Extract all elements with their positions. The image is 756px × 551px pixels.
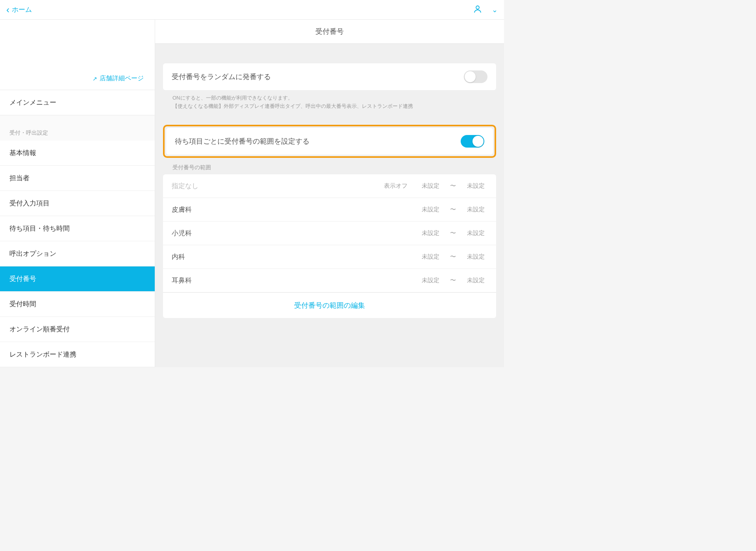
toggle-knob <box>465 71 476 82</box>
toggle-knob <box>472 136 484 147</box>
top-right: ⌄ <box>473 4 498 15</box>
main-menu-item[interactable]: メインメニュー <box>0 90 155 115</box>
edit-range-link[interactable]: 受付番号の範囲の編集 <box>294 301 365 309</box>
range-tilde: 〜 <box>450 277 456 284</box>
display-off-label: 表示オフ <box>384 182 408 190</box>
edit-link-row: 受付番号の範囲の編集 <box>163 292 496 318</box>
sidebar-item-reception-number[interactable]: 受付番号 <box>0 266 155 292</box>
range-to: 未設定 <box>464 182 487 190</box>
chevron-down-icon[interactable]: ⌄ <box>492 6 498 14</box>
range-to: 未設定 <box>464 206 487 213</box>
sidebar-item-reception-time[interactable]: 受付時間 <box>0 292 155 317</box>
range-table: 指定なし 表示オフ 未設定 〜 未設定 皮膚科 未設定 〜 未設定 小児科 未設… <box>163 174 496 318</box>
range-row-internal: 内科 未設定 〜 未設定 <box>163 245 496 269</box>
range-tilde: 〜 <box>450 253 456 261</box>
sidebar-item-online-reception[interactable]: オンライン順番受付 <box>0 317 155 342</box>
range-to: 未設定 <box>464 253 487 261</box>
range-name: 小児科 <box>172 229 419 238</box>
range-from: 未設定 <box>419 253 442 261</box>
top-bar: ‹ ホーム ⌄ <box>0 0 504 20</box>
content: 受付番号 受付番号をランダムに発番する ONにすると、一部の機能が利用できなくな… <box>155 20 504 367</box>
external-link-icon: ↗ <box>93 76 97 82</box>
range-name: 指定なし <box>172 181 384 190</box>
range-tilde: 〜 <box>450 182 456 190</box>
sidebar-item-call-options[interactable]: 呼出オプション <box>0 241 155 266</box>
sidebar-item-staff[interactable]: 担当者 <box>0 166 155 191</box>
help-line-1: ONにすると、一部の機能が利用できなくなります。 <box>172 94 487 102</box>
range-from: 未設定 <box>419 182 442 190</box>
random-toggle-label: 受付番号をランダムに発番する <box>172 72 271 81</box>
sidebar-section-label: 受付・呼出設定 <box>0 115 155 141</box>
sidebar: ↗ 店舗詳細ページ メインメニュー 受付・呼出設定 基本情報 担当者 受付入力項… <box>0 20 155 367</box>
sidebar-item-reception-input[interactable]: 受付入力項目 <box>0 191 155 216</box>
range-from: 未設定 <box>419 206 442 213</box>
range-row-dermatology: 皮膚科 未設定 〜 未設定 <box>163 198 496 222</box>
range-toggle[interactable] <box>461 135 484 148</box>
help-line-2: 【使えなくなる機能】外部ディスプレイ連番呼出タイプ、呼出中の最大番号表示、レスト… <box>172 102 487 111</box>
range-setting: 待ち項目ごとに受付番号の範囲を設定する <box>166 128 493 155</box>
user-icon[interactable] <box>473 4 482 15</box>
range-name: 皮膚科 <box>172 205 419 214</box>
range-row-none: 指定なし 表示オフ 未設定 〜 未設定 <box>163 174 496 198</box>
help-text: ONにすると、一部の機能が利用できなくなります。 【使えなくなる機能】外部ディス… <box>163 90 496 111</box>
range-to: 未設定 <box>464 277 487 284</box>
range-name: 耳鼻科 <box>172 276 419 285</box>
back-label: ホーム <box>12 5 32 14</box>
random-number-setting: 受付番号をランダムに発番する <box>163 63 496 90</box>
range-from: 未設定 <box>419 277 442 284</box>
back-button[interactable]: ‹ ホーム <box>6 4 32 15</box>
chevron-left-icon: ‹ <box>6 4 9 15</box>
page-title: 受付番号 <box>155 20 504 44</box>
range-setting-highlight: 待ち項目ごとに受付番号の範囲を設定する <box>163 125 496 158</box>
random-toggle[interactable] <box>464 70 487 83</box>
range-tilde: 〜 <box>450 229 456 237</box>
range-toggle-label: 待ち項目ごとに受付番号の範囲を設定する <box>175 137 309 146</box>
range-section-label: 受付番号の範囲 <box>163 158 496 174</box>
range-row-ent: 耳鼻科 未設定 〜 未設定 <box>163 269 496 292</box>
range-name: 内科 <box>172 252 419 261</box>
sidebar-item-restaurant-board[interactable]: レストランボード連携 <box>0 342 155 367</box>
range-row-pediatrics: 小児科 未設定 〜 未設定 <box>163 222 496 245</box>
store-detail-link[interactable]: ↗ 店舗詳細ページ <box>93 74 144 83</box>
svg-point-0 <box>476 6 479 9</box>
store-section: ↗ 店舗詳細ページ <box>0 20 155 90</box>
range-from: 未設定 <box>419 229 442 237</box>
sidebar-item-wait-items[interactable]: 待ち項目・待ち時間 <box>0 216 155 241</box>
sidebar-item-basic-info[interactable]: 基本情報 <box>0 141 155 166</box>
store-link-label: 店舗詳細ページ <box>100 74 144 83</box>
range-tilde: 〜 <box>450 206 456 213</box>
range-to: 未設定 <box>464 229 487 237</box>
